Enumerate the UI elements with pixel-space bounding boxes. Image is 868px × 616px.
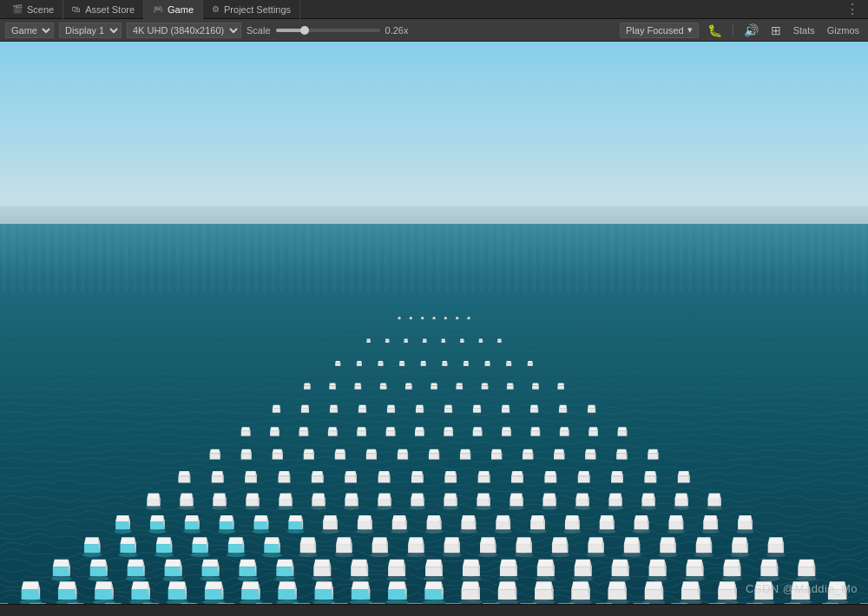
svg-point-350 (707, 506, 722, 509)
play-focused-button[interactable]: Play Focused ▾ (620, 23, 699, 38)
svg-marker-600 (95, 581, 113, 589)
svg-marker-468 (444, 537, 460, 544)
svg-point-570 (610, 576, 631, 581)
svg-marker-448 (264, 537, 279, 544)
svg-point-630 (350, 600, 372, 604)
svg-marker-304 (345, 494, 358, 499)
svg-marker-295 (279, 499, 292, 506)
svg-marker-604 (131, 581, 149, 589)
svg-marker-87 (405, 386, 412, 390)
tab-game[interactable]: 🎮 Game (144, 0, 203, 19)
svg-marker-287 (213, 499, 226, 506)
svg-marker-130 (473, 405, 481, 409)
svg-marker-616 (241, 581, 260, 589)
scale-slider[interactable] (276, 29, 380, 32)
tab-asset-store[interactable]: 🛍 Asset Store (63, 0, 144, 19)
svg-marker-267 (578, 476, 590, 483)
svg-marker-427 (84, 544, 100, 553)
svg-marker-165 (444, 431, 453, 436)
svg-marker-320 (477, 494, 490, 499)
svg-marker-49 (357, 361, 362, 363)
stats-button[interactable]: Stats (790, 25, 819, 36)
tab-scene[interactable]: 🎬 Scene (3, 0, 63, 19)
svg-marker-102 (532, 386, 539, 390)
svg-marker-563 (575, 567, 592, 576)
svg-marker-459 (372, 544, 388, 553)
svg-marker-492 (660, 537, 675, 544)
svg-marker-153 (328, 431, 338, 436)
svg-marker-515 (128, 567, 145, 576)
svg-point-462 (371, 553, 390, 557)
svg-marker-668 (718, 581, 736, 589)
svg-marker-211 (460, 449, 470, 454)
svg-point-414 (633, 529, 650, 534)
svg-marker-232 (178, 471, 190, 476)
bug-icon-button[interactable]: 🐛 (704, 23, 726, 38)
grid-button[interactable]: ⊞ (767, 23, 785, 38)
svg-marker-63 (464, 364, 469, 366)
tab-more-button[interactable]: ⋮ (840, 1, 865, 17)
svg-point-366 (218, 529, 235, 534)
svg-point-602 (93, 600, 115, 604)
svg-marker-250 (378, 471, 391, 476)
cubes-svg: // We'll draw cubes procedurally // Pers… (0, 267, 868, 604)
svg-marker-58 (421, 361, 426, 363)
svg-marker-640 (462, 581, 480, 589)
svg-marker-307 (378, 499, 391, 506)
svg-point-634 (386, 600, 409, 604)
game-icon: 🎮 (153, 4, 163, 14)
svg-marker-595 (58, 589, 76, 600)
svg-marker-103 (532, 383, 539, 385)
svg-marker-536 (313, 560, 331, 567)
svg-point-562 (536, 576, 556, 581)
svg-marker-223 (585, 449, 595, 454)
svg-marker-280 (147, 494, 160, 499)
svg-marker-291 (246, 499, 259, 506)
svg-marker-112 (301, 405, 309, 409)
svg-marker-178 (560, 427, 569, 430)
svg-marker-419 (703, 521, 718, 529)
svg-marker-30 (423, 340, 427, 342)
svg-marker-37 (460, 339, 464, 341)
svg-point-578 (685, 576, 706, 581)
gizmos-button[interactable]: Gizmos (824, 25, 863, 36)
svg-marker-21 (366, 340, 371, 342)
svg-marker-383 (392, 521, 407, 529)
svg-point-442 (190, 553, 209, 557)
svg-marker-94 (456, 383, 463, 385)
svg-marker-192 (273, 454, 283, 460)
svg-marker-319 (477, 499, 490, 506)
svg-marker-364 (220, 515, 234, 521)
svg-marker-237 (245, 476, 257, 483)
svg-point-622 (276, 600, 299, 604)
svg-marker-588 (798, 560, 815, 567)
svg-point-354 (114, 529, 131, 534)
display-dropdown[interactable]: Display 1 (59, 23, 122, 38)
svg-marker-424 (738, 515, 753, 521)
svg-marker-659 (645, 589, 663, 600)
svg-marker-652 (571, 581, 589, 589)
svg-marker-403 (565, 521, 580, 529)
mute-button[interactable]: 🔊 (740, 23, 762, 38)
svg-marker-560 (537, 560, 555, 567)
play-focused-label: Play Focused (626, 25, 684, 36)
svg-point-454 (299, 553, 318, 557)
game-dropdown[interactable]: Game (5, 23, 54, 38)
tab-project-settings[interactable]: ⚙ Project Settings (203, 0, 300, 19)
svg-marker-180 (589, 431, 598, 436)
svg-point-682 (826, 600, 849, 604)
svg-point-558 (498, 576, 519, 581)
resolution-dropdown[interactable]: 4K UHD (3840x2160) (127, 23, 241, 38)
svg-marker-312 (411, 494, 424, 499)
svg-marker-189 (241, 454, 252, 460)
svg-marker-499 (732, 544, 747, 553)
svg-point-490 (622, 553, 641, 557)
svg-point-474 (478, 553, 497, 557)
svg-marker-399 (530, 521, 545, 529)
svg-marker-72 (528, 364, 533, 366)
svg-marker-615 (241, 589, 260, 600)
svg-marker-240 (279, 476, 291, 483)
svg-marker-607 (168, 589, 187, 600)
svg-marker-539 (351, 567, 368, 576)
svg-point-426 (736, 529, 753, 534)
